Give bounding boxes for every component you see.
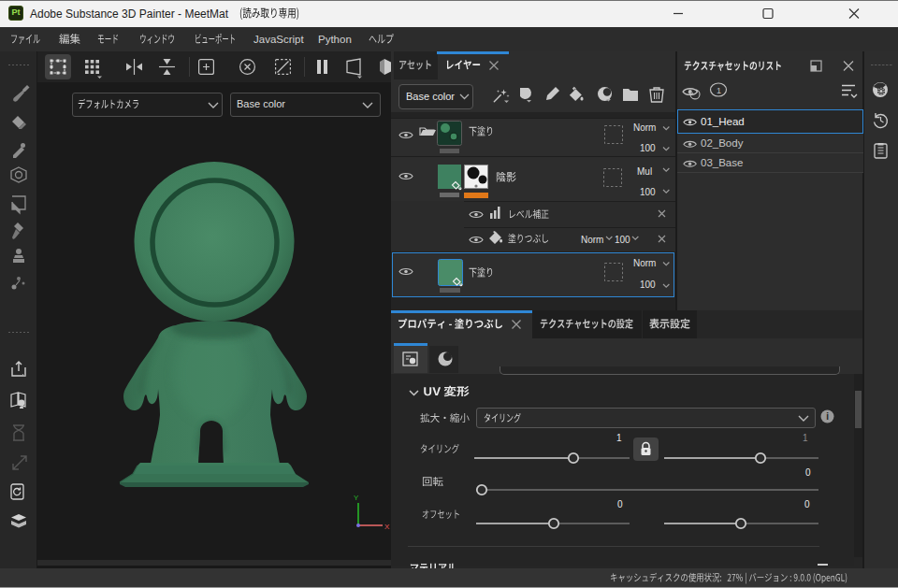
svg-text:i: i bbox=[826, 411, 829, 422]
svg-text:X: X bbox=[384, 523, 390, 531]
svg-text:1: 1 bbox=[717, 86, 721, 95]
svg-text:Y: Y bbox=[354, 494, 359, 502]
